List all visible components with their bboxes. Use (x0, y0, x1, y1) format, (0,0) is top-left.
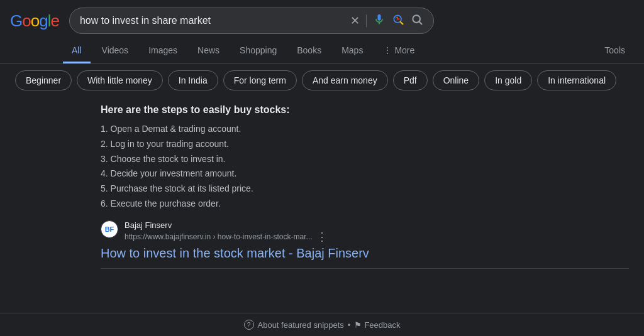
mic-icon[interactable] (373, 13, 386, 28)
divider (366, 14, 367, 27)
source-favicon: BF (101, 220, 118, 238)
google-logo: Google (10, 11, 59, 31)
divider-hr (101, 268, 629, 269)
tab-more[interactable]: ⋮ More (374, 39, 423, 63)
tab-shopping[interactable]: Shopping (231, 39, 286, 63)
footer-bar: ? About featured snippets • ⚑ Feedback (0, 313, 644, 336)
clear-icon[interactable]: ✕ (350, 14, 360, 28)
source-row: BF Bajaj Finserv https://www.bajajfinser… (101, 220, 629, 244)
chips-row: Beginner With little money In India For … (0, 64, 644, 97)
step-4: 4. Decide your investment amount. (101, 166, 629, 182)
main-content: Here are the steps to easily buy stocks:… (0, 97, 644, 276)
tab-all[interactable]: All (63, 39, 91, 63)
tab-videos[interactable]: Videos (93, 39, 138, 63)
step-6: 6. Execute the purchase order. (101, 197, 629, 212)
chip-pdf[interactable]: Pdf (393, 70, 428, 90)
chip-in-international[interactable]: In international (537, 70, 616, 90)
source-name: Bajaj Finserv (125, 220, 328, 230)
step-1: 1. Open a Demat & trading account. (101, 122, 629, 137)
step-5: 5. Purchase the stock at its listed pric… (101, 182, 629, 197)
help-icon[interactable]: ? (244, 320, 254, 330)
chip-in-india[interactable]: In India (168, 70, 218, 90)
footer-bullet: • (348, 320, 351, 330)
about-snippets-text[interactable]: About featured snippets (258, 320, 344, 330)
nav-tabs: All Videos Images News Shopping Books Ma… (0, 39, 644, 64)
source-info: Bajaj Finserv https://www.bajajfinserv.i… (125, 220, 328, 244)
svg-line-3 (419, 22, 422, 24)
header: Google ✕ (0, 0, 644, 39)
svg-line-1 (401, 22, 403, 24)
chip-for-long-term[interactable]: For long term (223, 70, 297, 90)
tab-books[interactable]: Books (288, 39, 330, 63)
tab-images[interactable]: Images (140, 39, 186, 63)
snippet-heading: Here are the steps to easily buy stocks: (101, 104, 629, 116)
search-bar[interactable]: ✕ (69, 8, 434, 34)
lens-icon[interactable] (392, 13, 404, 28)
result-link[interactable]: How to invest in the stock market - Baja… (101, 246, 629, 261)
feedback-flag-icon: ⚑ (354, 320, 362, 330)
chip-in-gold[interactable]: In gold (484, 70, 532, 90)
tab-news[interactable]: News (189, 39, 228, 63)
step-3: 3. Choose the stock to invest in. (101, 152, 629, 167)
chip-and-earn-money[interactable]: And earn money (302, 70, 388, 90)
chip-beginner[interactable]: Beginner (15, 70, 72, 90)
tab-tools[interactable]: Tools (596, 39, 634, 63)
feedback-button[interactable]: ⚑ Feedback (354, 320, 400, 330)
search-input[interactable] (80, 15, 344, 26)
steps-list: 1. Open a Demat & trading account. 2. Lo… (101, 122, 629, 212)
chip-with-little-money[interactable]: With little money (77, 70, 163, 90)
tab-maps[interactable]: Maps (333, 39, 372, 63)
chip-online[interactable]: Online (433, 70, 479, 90)
step-2: 2. Log in to your trading account. (101, 137, 629, 152)
source-url: https://www.bajajfinserv.in › how-to-inv… (125, 230, 328, 244)
search-icons: ✕ (350, 13, 423, 28)
search-icon[interactable] (411, 13, 423, 28)
more-options-icon[interactable]: ⋮ (316, 230, 328, 244)
